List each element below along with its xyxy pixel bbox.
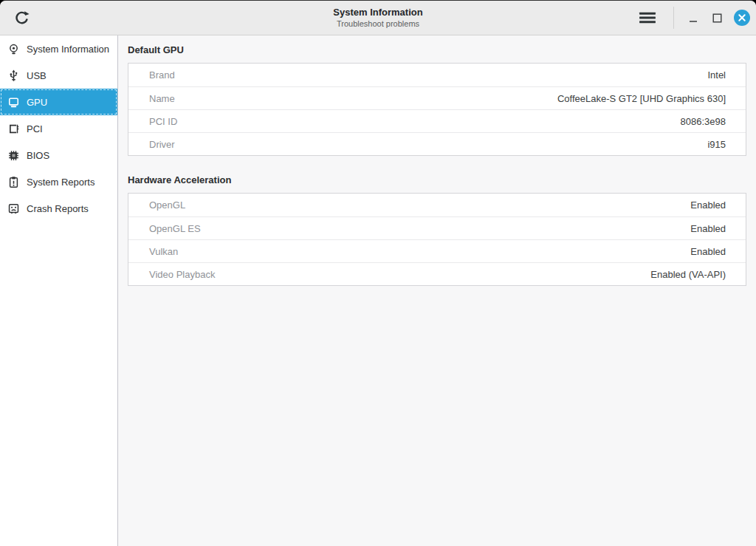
info-section: Hardware Acceleration OpenGL Enabled Ope… [128,174,746,286]
app-body: System Information USB GPU PCI BIOS Syst… [0,35,756,546]
chip-icon [7,149,20,162]
row-value: Enabled [690,246,726,257]
sidebar-item-pci[interactable]: PCI [0,115,117,142]
row-value: 8086:3e98 [681,116,726,127]
row-value: Intel [707,69,726,81]
sidebar-item-label: PCI [27,123,43,134]
minimize-button[interactable] [685,9,701,27]
refresh-icon [13,10,30,27]
row-label: OpenGL ES [149,223,201,234]
header-titles: System Information Troubleshoot problems [333,7,422,29]
row-value: Enabled (VA-API) [650,269,726,280]
minimize-icon [689,12,698,24]
row-label: Vulkan [149,246,178,257]
section-title: Hardware Acceleration [128,174,746,185]
sidebar-item-system-information[interactable]: System Information [0,35,117,62]
maximize-button[interactable] [709,9,725,27]
row-value: i915 [707,139,726,150]
sidebar-item-system-reports[interactable]: System Reports [0,168,117,195]
refresh-button[interactable] [11,7,32,28]
section-title: Default GPU [128,44,746,55]
table-row: Driver i915 [128,132,746,155]
table-row: OpenGL ES Enabled [128,216,746,239]
usb-icon [7,69,20,82]
row-label: Name [149,93,175,104]
window-subtitle: Troubleshoot problems [333,19,422,29]
sidebar-item-label: Crash Reports [27,203,89,214]
main-content: Default GPU Brand Intel Name CoffeeLake-… [118,35,756,546]
row-label: PCI ID [149,116,177,127]
expansion-card-icon [7,123,20,135]
close-icon [734,10,750,26]
row-value: CoffeeLake-S GT2 [UHD Graphics 630] [557,93,726,104]
app-window: System Information Troubleshoot problems [0,0,756,546]
headerbar: System Information Troubleshoot problems [0,1,756,35]
sidebar-item-label: System Reports [27,177,94,188]
table-row: Video Playback Enabled (VA-API) [128,262,746,285]
lightbulb-icon [7,43,20,55]
row-label: OpenGL [149,199,185,211]
menu-button[interactable] [636,7,659,29]
sidebar-item-label: System Information [27,44,109,55]
sidebar-item-label: GPU [27,97,47,108]
row-value: Enabled [690,199,726,211]
sidebar-item-crash-reports[interactable]: Crash Reports [0,195,117,222]
sidebar-item-label: BIOS [27,150,49,161]
crash-face-icon [7,202,20,215]
header-separator [673,7,674,29]
table-row: Brand Intel [128,64,746,86]
menu-icon [639,10,656,25]
display-icon [7,96,20,109]
info-section: Default GPU Brand Intel Name CoffeeLake-… [128,44,746,156]
table-row: PCI ID 8086:3e98 [128,109,746,132]
header-controls [636,1,751,35]
sidebar-item-label: USB [27,70,47,81]
sidebar-item-gpu[interactable]: GPU [0,89,117,115]
row-value: Enabled [690,223,726,234]
row-label: Brand [149,69,175,81]
row-label: Video Playback [149,269,215,280]
window-title: System Information [333,7,422,18]
info-table: OpenGL Enabled OpenGL ES Enabled Vulkan … [128,193,746,286]
table-row: Vulkan Enabled [128,239,746,262]
info-table: Brand Intel Name CoffeeLake-S GT2 [UHD G… [128,63,746,156]
table-row: OpenGL Enabled [128,194,746,216]
table-row: Name CoffeeLake-S GT2 [UHD Graphics 630] [128,86,746,109]
clipboard-report-icon [7,176,20,188]
row-label: Driver [149,139,175,150]
maximize-icon [712,13,722,23]
sidebar: System Information USB GPU PCI BIOS Syst… [0,35,118,546]
close-button[interactable] [733,9,751,27]
sidebar-item-usb[interactable]: USB [0,62,117,89]
sidebar-item-bios[interactable]: BIOS [0,142,117,168]
